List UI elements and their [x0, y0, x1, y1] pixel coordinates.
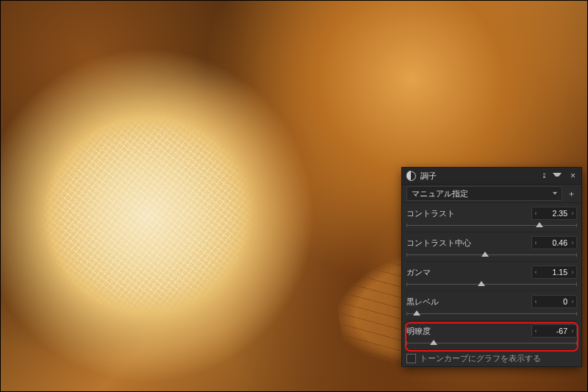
- param-label-gamma: ガンマ: [406, 267, 531, 278]
- decrement-icon[interactable]: ‹: [532, 269, 539, 276]
- photo-mesh-overlay: [7, 73, 289, 355]
- decrement-icon[interactable]: ‹: [532, 210, 539, 217]
- decrement-icon[interactable]: ‹: [532, 299, 539, 305]
- increment-icon[interactable]: ›: [569, 240, 576, 246]
- param-value-contrast: 2.35: [539, 209, 569, 218]
- slider-thumb[interactable]: [481, 252, 489, 257]
- param-label-contrast: コントラスト: [406, 208, 531, 219]
- param-value-gamma: 1.15: [539, 268, 569, 277]
- param-black-level: 黒レベル‹0›: [402, 291, 581, 321]
- param-gamma: ガンマ‹1.15›: [402, 262, 581, 291]
- show-graph-label: トーンカーブにグラフを表示する: [420, 353, 541, 364]
- tone-panel: 調子 × マニュアル指定 ＋ コントラスト‹2.35›コントラスト中心‹0.46…: [402, 168, 581, 366]
- preset-dropdown-label: マニュアル指定: [412, 188, 468, 199]
- panel-close-icon[interactable]: ×: [569, 170, 577, 182]
- increment-icon[interactable]: ›: [569, 210, 576, 217]
- tone-icon: [406, 171, 416, 181]
- param-slider-contrast-center[interactable]: [406, 251, 577, 262]
- slider-thumb[interactable]: [478, 281, 485, 286]
- param-spinner-black-level[interactable]: ‹0›: [531, 295, 577, 308]
- param-spinner-contrast-center[interactable]: ‹0.46›: [531, 236, 577, 249]
- param-label-black-level: 黒レベル: [406, 296, 531, 307]
- slider-thumb[interactable]: [430, 340, 437, 345]
- panel-header: 調子 ×: [402, 168, 581, 185]
- param-spinner-contrast[interactable]: ‹2.35›: [531, 207, 577, 220]
- param-slider-gamma[interactable]: [406, 280, 577, 291]
- param-clarity: 明瞭度‹-67›: [402, 321, 581, 350]
- param-slider-clarity[interactable]: [406, 339, 577, 350]
- preset-dropdown[interactable]: マニュアル指定: [406, 186, 562, 201]
- param-slider-black-level[interactable]: [406, 310, 577, 321]
- panel-collapse-icon[interactable]: [553, 173, 562, 179]
- param-label-contrast-center: コントラスト中心: [406, 238, 531, 249]
- chevron-down-icon: [553, 192, 557, 195]
- show-graph-checkbox[interactable]: [406, 354, 416, 363]
- add-preset-button[interactable]: ＋: [565, 188, 577, 199]
- param-contrast: コントラスト‹2.35›: [402, 203, 581, 232]
- panel-menu-icon[interactable]: [542, 172, 547, 179]
- param-label-clarity: 明瞭度: [406, 326, 531, 337]
- param-slider-contrast[interactable]: [406, 221, 577, 232]
- decrement-icon[interactable]: ‹: [532, 328, 539, 335]
- param-spinner-clarity[interactable]: ‹-67›: [531, 324, 577, 338]
- param-value-clarity: -67: [539, 327, 569, 335]
- increment-icon[interactable]: ›: [569, 299, 576, 305]
- slider-thumb[interactable]: [536, 222, 543, 227]
- increment-icon[interactable]: ›: [569, 269, 576, 276]
- panel-title: 調子: [420, 171, 537, 182]
- param-value-contrast-center: 0.46: [539, 238, 569, 247]
- param-value-black-level: 0: [539, 297, 569, 306]
- slider-thumb[interactable]: [413, 310, 420, 316]
- param-contrast-center: コントラスト中心‹0.46›: [402, 232, 581, 262]
- param-spinner-gamma[interactable]: ‹1.15›: [531, 266, 577, 279]
- increment-icon[interactable]: ›: [569, 328, 576, 335]
- decrement-icon[interactable]: ‹: [532, 240, 539, 246]
